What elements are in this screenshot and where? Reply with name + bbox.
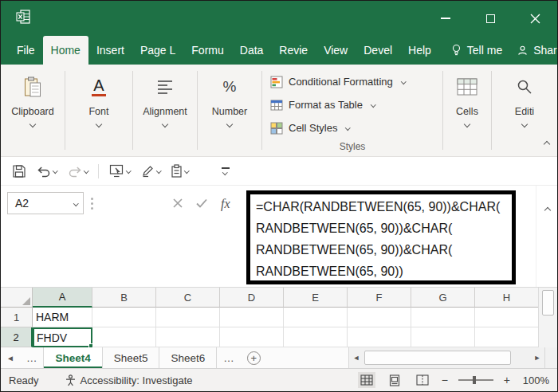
cell-styles-button[interactable]: Cell Styles xyxy=(270,116,434,139)
tab-data[interactable]: Data xyxy=(232,36,272,65)
cell-G1[interactable] xyxy=(411,308,475,327)
clipboard-icon xyxy=(23,73,42,101)
accessibility-checker-button[interactable]: Accessibility: Investigate xyxy=(65,374,193,386)
new-sheet-button[interactable]: + xyxy=(247,351,261,365)
qat-custom-button-1[interactable] xyxy=(109,164,131,178)
close-button[interactable] xyxy=(513,1,557,36)
scroll-right-icon[interactable]: ► xyxy=(530,354,544,362)
cell-A2[interactable]: FHDV xyxy=(33,327,92,347)
tab-review[interactable]: Revie xyxy=(271,36,316,65)
column-header-A[interactable]: A xyxy=(33,288,92,308)
share-label: Share xyxy=(533,44,558,57)
collapse-formula-bar-button[interactable] xyxy=(545,202,550,216)
hidden-sheets-right[interactable]: … xyxy=(217,347,241,368)
cell-H2[interactable] xyxy=(475,327,539,347)
overflow-bar-icon xyxy=(222,167,230,169)
undo-button[interactable] xyxy=(37,165,57,178)
tab-file[interactable]: File xyxy=(9,36,43,65)
cell-B2[interactable] xyxy=(92,327,156,347)
tab-insert[interactable]: Insert xyxy=(88,36,132,65)
qat-custom-button-2[interactable] xyxy=(141,164,161,178)
collapse-ribbon-button[interactable] xyxy=(544,135,549,150)
enter-button[interactable] xyxy=(196,197,207,211)
cell-A1[interactable]: HARM xyxy=(33,308,92,327)
column-header-H[interactable]: H xyxy=(475,288,539,308)
fill-handle[interactable] xyxy=(88,343,93,348)
zoom-out-button[interactable]: − xyxy=(442,374,448,386)
tell-me-button[interactable]: Tell me xyxy=(444,36,509,65)
name-box[interactable]: A2 xyxy=(7,192,84,214)
row-header-1[interactable]: 1 xyxy=(1,308,33,327)
font-group-button[interactable]: A Font xyxy=(65,65,132,156)
cell-H1[interactable] xyxy=(475,308,539,327)
cells-group-button[interactable]: Cells xyxy=(443,65,491,156)
minimize-button[interactable] xyxy=(423,1,468,36)
share-button[interactable]: Share xyxy=(509,36,558,65)
horizontal-scrollbar[interactable]: ◄ ► xyxy=(348,347,557,368)
formula-input[interactable]: =CHAR(RANDBETWEEN(65, 90))&CHAR( RANDBET… xyxy=(246,190,516,284)
sheet-nav-left-button[interactable]: ◄ xyxy=(1,347,20,368)
page-break-preview-button[interactable] xyxy=(414,372,431,388)
cell-D1[interactable] xyxy=(220,308,284,327)
cell-B1[interactable] xyxy=(92,308,156,327)
accessibility-label: Accessibility: Investigate xyxy=(81,374,193,386)
number-group-button[interactable]: % Number xyxy=(198,65,261,156)
column-header-D[interactable]: D xyxy=(220,288,284,308)
cell-F1[interactable] xyxy=(348,308,411,327)
cell-G2[interactable] xyxy=(411,327,475,347)
tab-formulas[interactable]: Formu xyxy=(183,36,231,65)
tab-page-layout[interactable]: Page L xyxy=(132,36,183,65)
scroll-left-icon[interactable]: ◄ xyxy=(349,354,363,362)
column-header-G[interactable]: G xyxy=(411,288,475,308)
column-header-E[interactable]: E xyxy=(284,288,348,308)
cell-D2[interactable] xyxy=(220,327,284,347)
tab-home[interactable]: Home xyxy=(43,36,88,65)
column-header-F[interactable]: F xyxy=(348,288,411,308)
cell-E2[interactable] xyxy=(284,327,348,347)
save-icon xyxy=(12,164,26,178)
formula-bar-splitter[interactable] xyxy=(91,198,93,200)
conditional-formatting-button[interactable]: Conditional Formatting xyxy=(270,70,434,93)
tab-developer[interactable]: Devel xyxy=(356,36,400,65)
vertical-scrollbar-thumb[interactable] xyxy=(542,290,554,316)
sheet-tab-sheet5[interactable]: Sheet5 xyxy=(103,347,160,368)
tab-view[interactable]: View xyxy=(316,36,356,65)
column-header-B[interactable]: B xyxy=(92,288,156,308)
horizontal-scrollbar-thumb[interactable] xyxy=(364,351,511,365)
cell-F2[interactable] xyxy=(348,327,411,347)
chevron-down-icon xyxy=(84,168,88,173)
zoom-slider-thumb[interactable] xyxy=(473,376,476,384)
horizontal-scrollbar-track[interactable] xyxy=(363,347,530,368)
formula-line: RANDBETWEEN(65, 90))&CHAR( xyxy=(256,218,506,239)
zoom-level[interactable]: 100% xyxy=(521,374,549,386)
vertical-scrollbar[interactable] xyxy=(538,288,557,347)
person-icon xyxy=(517,45,529,57)
row-header-2[interactable]: 2 xyxy=(1,327,33,347)
select-all-button[interactable] xyxy=(1,288,33,308)
tab-help[interactable]: Help xyxy=(400,36,439,65)
customize-qat-button[interactable] xyxy=(222,167,230,174)
normal-view-button[interactable] xyxy=(358,372,375,388)
column-header-C[interactable]: C xyxy=(156,288,220,308)
cell-styles-label: Cell Styles xyxy=(289,122,337,134)
page-layout-view-button[interactable] xyxy=(386,372,403,388)
insert-function-button[interactable]: fx xyxy=(221,197,230,211)
cell-C1[interactable] xyxy=(156,308,220,327)
maximize-button[interactable] xyxy=(468,1,513,36)
cell-E1[interactable] xyxy=(284,308,348,327)
hidden-sheets-left[interactable]: … xyxy=(20,347,44,368)
save-button[interactable] xyxy=(12,164,26,178)
x-icon xyxy=(173,198,183,208)
zoom-slider[interactable] xyxy=(458,379,493,381)
qat-custom-button-3[interactable] xyxy=(171,164,189,178)
column-header-row: A B C D E F G H xyxy=(1,288,557,308)
sheet-tab-sheet6[interactable]: Sheet6 xyxy=(159,347,217,368)
redo-button[interactable] xyxy=(68,165,88,178)
cancel-button[interactable] xyxy=(173,197,183,211)
zoom-in-button[interactable]: + xyxy=(504,374,510,386)
cell-C2[interactable] xyxy=(156,327,220,347)
sheet-tab-sheet4[interactable]: Sheet4 xyxy=(43,347,102,368)
format-as-table-button[interactable]: Format as Table xyxy=(270,93,434,116)
alignment-group-button[interactable]: Alignment xyxy=(133,65,197,156)
clipboard-group-button[interactable]: Clipboard xyxy=(1,65,65,156)
